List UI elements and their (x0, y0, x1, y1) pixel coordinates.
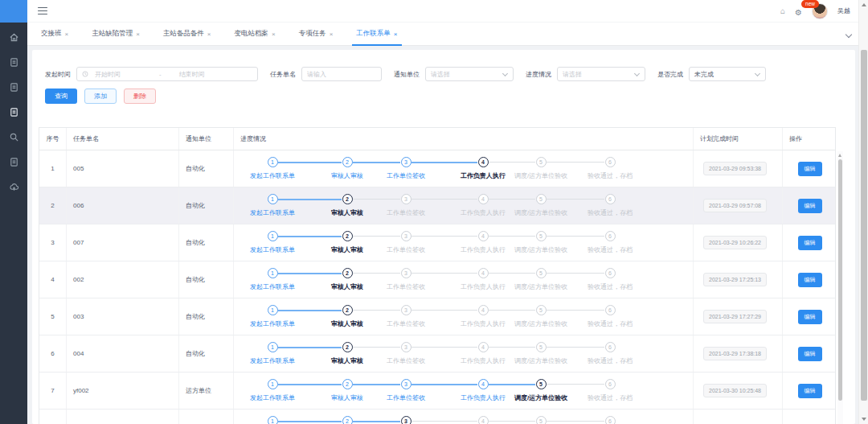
step-circle-5: 5 (536, 157, 547, 167)
tab-6[interactable]: 工作联系单× (350, 23, 403, 45)
step-label-4: 工作负责人执行 (461, 319, 506, 328)
table-row[interactable]: 1005自动化1发起工作联系单2审核人审核3工作单位签收4工作负责人执行5调度/… (39, 150, 835, 187)
row-notify-unit (179, 410, 234, 424)
table-row[interactable]: 3007自动化1发起工作联系单2审核人审核3工作单位签收4工作负责人执行5调度/… (39, 224, 835, 261)
step-connector (547, 347, 604, 348)
close-icon[interactable]: × (330, 31, 334, 38)
file-icon[interactable] (8, 156, 19, 167)
is-done-select[interactable]: 未完成 (689, 67, 766, 81)
step-connector (278, 347, 342, 348)
row-notify-unit: 自动化 (179, 261, 234, 298)
tab-label: 主站缺陷管理 (92, 29, 133, 39)
file-icon[interactable] (8, 56, 19, 68)
edit-button[interactable]: 编辑 (798, 273, 822, 287)
step-circle-1: 1 (268, 231, 278, 241)
step-connector (353, 384, 400, 385)
row-actions: 编辑 (783, 150, 837, 187)
delete-button[interactable]: 删除 (124, 89, 156, 104)
step-connector (411, 421, 477, 422)
row-progress: 1发起工作联系单2审核人审核3工作单位签收4工作负责人执行5调度/运方单位验收6… (234, 335, 694, 372)
table-scrollbar-thumb[interactable] (838, 159, 842, 401)
scroll-up-icon[interactable] (862, 3, 866, 6)
step-circle-1: 1 (268, 379, 278, 389)
edit-button[interactable]: 编辑 (798, 347, 822, 361)
planned-time-value: 2021-03-29 17:27:29 (703, 310, 767, 323)
home-icon[interactable] (8, 31, 19, 43)
row-actions: 编辑 (783, 187, 837, 224)
menu-toggle-icon[interactable] (38, 7, 47, 14)
progress-select[interactable]: 请选择 (557, 67, 645, 81)
row-progress: 1发起工作联系单2审核人审核3工作单位签收4工作负责人执行5调度/运方单位验收6… (234, 150, 694, 187)
cloud-upload-icon[interactable] (8, 181, 19, 192)
step-label-3: 工作单位签收 (387, 171, 425, 180)
step-circle-3: 3 (401, 157, 411, 167)
search-icon[interactable] (8, 131, 19, 142)
row-index: 6 (39, 335, 67, 372)
table-header: 序号 任务单名 通知单位 进度情况 计划完成时间 操作 (39, 128, 835, 150)
tab-bar: 交接班×主站缺陷管理×主站备品备件×变电站档案×专项任务×工作联系单× (27, 23, 858, 46)
close-icon[interactable]: × (65, 31, 69, 38)
edit-button[interactable]: 编辑 (798, 236, 822, 250)
row-task-name: 003 (67, 298, 179, 335)
tab-3[interactable]: 主站备品备件× (158, 23, 217, 45)
step-connector (353, 273, 400, 274)
edit-button[interactable]: 编辑 (798, 199, 822, 213)
table-scrollbar[interactable] (837, 151, 843, 424)
tab-1[interactable]: 交接班× (35, 23, 74, 45)
table-row[interactable]: 5003自动化1发起工作联系单2审核人审核3工作单位签收4工作负责人执行5调度/… (39, 298, 835, 335)
step-connector (278, 273, 342, 274)
row-planned-time: 2021-03-29 10:26:22 (694, 224, 783, 261)
scroll-down-icon[interactable] (862, 418, 866, 421)
is-done-value: 未完成 (694, 70, 714, 79)
add-button[interactable]: 添加 (84, 89, 117, 104)
tab-4[interactable]: 变电站档案× (229, 23, 281, 45)
row-planned-time: 2021-03-29 17:38:18 (694, 335, 783, 372)
table-row[interactable]: 7yf002运方单位1发起工作联系单2审核人审核3工作单位签收4工作负责人执行5… (39, 373, 835, 410)
new-badge: new (801, 0, 819, 8)
step-label-4: 工作负责人执行 (461, 245, 506, 254)
tab-2[interactable]: 主站缺陷管理× (86, 23, 145, 45)
home-icon[interactable]: ⌂ (780, 7, 785, 15)
close-icon[interactable]: × (207, 31, 211, 38)
edit-button[interactable]: 编辑 (798, 310, 822, 324)
step-label-4: 工作负责人执行 (461, 208, 506, 217)
search-button[interactable]: 查询 (45, 89, 77, 104)
username[interactable]: 吴越 (837, 6, 850, 15)
step-connector (278, 162, 342, 163)
date-range-picker[interactable]: 开始时间 - 结束时间 (76, 67, 258, 81)
step-circle-6: 6 (605, 194, 616, 204)
table-row[interactable]: 4002自动化1发起工作联系单2审核人审核3工作单位签收4工作负责人执行5调度/… (39, 261, 835, 298)
scroll-up-icon[interactable] (838, 154, 841, 157)
task-name-input[interactable] (307, 71, 376, 78)
tab-5[interactable]: 专项任务× (293, 23, 339, 45)
tab-label: 交接班 (41, 29, 62, 39)
row-planned-time: 2021-03-29 09:57:08 (694, 187, 783, 224)
step-label-4: 工作负责人执行 (461, 171, 506, 180)
edit-button[interactable]: 编辑 (798, 162, 822, 176)
file-icon[interactable] (8, 106, 19, 117)
row-notify-unit: 自动化 (179, 298, 234, 335)
step-connector (489, 421, 535, 422)
step-label-6: 验收通过，存档 (588, 393, 633, 402)
close-icon[interactable]: × (272, 31, 276, 38)
step-circle-4: 4 (478, 305, 489, 315)
row-notify-unit: 自动化 (179, 224, 234, 261)
edit-button[interactable]: 编辑 (798, 384, 822, 398)
table-row[interactable]: 1发起工作联系单2审核人审核3工作单位签收4工作负责人执行5调度/运方单位验收6… (39, 410, 835, 424)
notify-unit-select[interactable]: 请选择 (425, 67, 514, 81)
settings-gear[interactable]: ⚙ new (795, 4, 802, 19)
file-icon[interactable] (8, 81, 19, 93)
step-connector (353, 236, 400, 237)
table-row[interactable]: 6004自动化1发起工作联系单2审核人审核3工作单位签收4工作负责人执行5调度/… (39, 335, 835, 373)
page-scrollbar[interactable] (858, 0, 868, 424)
step-circle-5: 5 (536, 379, 547, 389)
close-icon[interactable]: × (136, 31, 140, 38)
step-circle-1: 1 (268, 268, 278, 278)
page-scrollbar-thumb[interactable] (861, 50, 867, 401)
table-row[interactable]: 2006自动化1发起工作联系单2审核人审核3工作单位签收4工作负责人执行5调度/… (39, 187, 835, 224)
step-label-5: 调度/运方单位验收 (514, 319, 567, 328)
close-icon[interactable]: × (394, 31, 398, 38)
chevron-down-icon[interactable] (846, 31, 852, 37)
step-label-3: 工作单位签收 (387, 245, 425, 254)
step-connector (489, 273, 535, 274)
